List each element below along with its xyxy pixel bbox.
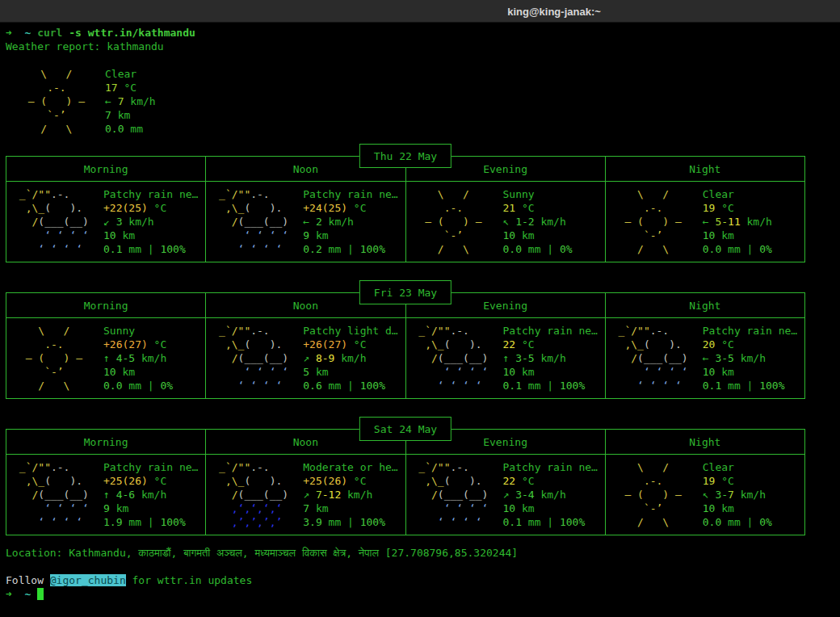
detail-row: ↖ 1-2 km/h: [503, 215, 573, 229]
forecast-cell-sat-morning: _`/"".-. ,\_( ). /(___(__) ‘ ‘ ‘ ‘ ‘ ‘ ‘…: [6, 455, 206, 535]
current-conditions: \ / .-. – ( ) – `-’ / \ Clear17 °C← 7 km…: [6, 67, 840, 136]
forecast-details: Patchy rain ne…+22(25) °C↙ 3 km/h10 km0.…: [103, 187, 198, 256]
detail-row: 0.0 mm | 0%: [703, 515, 772, 529]
titlebar-title: king@king-janak:~: [507, 5, 601, 17]
detail-row: +26(27) °C: [103, 338, 173, 351]
art-row: ‘ ‘ ‘ ‘: [13, 229, 103, 242]
detail-row: 0.0 mm: [105, 122, 156, 136]
forecast-table-fri: MorningNoonEveningNight \ / .-. – ( ) – …: [6, 292, 805, 399]
forecast-details: Patchy rain ne…20 °C← 3-5 km/h10 km0.1 m…: [703, 324, 797, 392]
detail-row: Patchy light d…: [303, 324, 397, 338]
period-header-night: Night: [606, 293, 804, 317]
weather-sun-behind-rain-cloud-icon: _`/"".-. ,\_( ). /(___(__) ‘ ‘ ‘ ‘ ‘ ‘ ‘…: [406, 324, 503, 392]
art-row: ,\_( ).: [13, 474, 103, 488]
detail-row: 0.0 mm | 0%: [103, 379, 173, 392]
period-header-morning: Morning: [6, 430, 206, 454]
forecast-details: Patchy rain ne…22 °C↗ 3-4 km/h10 km0.1 m…: [503, 460, 598, 529]
detail-row: 0.1 mm | 100%: [103, 242, 198, 256]
art-row: ‚‘‚‘‚‘‚‘: [212, 502, 303, 515]
detail-row: 0.1 mm | 100%: [703, 379, 797, 392]
art-row: – ( ) –: [15, 94, 105, 108]
art-row: ‚’‚’‚’‚’: [212, 515, 303, 529]
command-line-spans: ➜ ~ curl -s wttr.in/kathmandu: [6, 27, 195, 39]
detail-row: Sunny: [503, 187, 573, 201]
forecast-table-sat: MorningNoonEveningNight _`/"".-. ,\_( ).…: [6, 429, 805, 535]
detail-row: 0.0 mm | 0%: [703, 242, 772, 256]
art-row: ,\_( ).: [212, 338, 303, 351]
forecast-day-fri: Fri 23 MayMorningNoonEveningNight \ / .-…: [6, 280, 805, 399]
blank-line: [6, 53, 840, 67]
forecast-cell-thu-morning: _`/"".-. ,\_( ). /(___(__) ‘ ‘ ‘ ‘ ‘ ‘ ‘…: [6, 182, 206, 262]
forecast-day-thu: Thu 22 MayMorningNoonEveningNight _`/"".…: [6, 144, 805, 262]
art-row: _`/"".-.: [212, 460, 303, 474]
titlebar[interactable]: king@king-janak:~: [0, 0, 840, 23]
detail-row: 22 °C: [503, 474, 598, 488]
art-row: ‘ ‘ ‘ ‘: [212, 365, 303, 379]
art-row: ,\_( ).: [212, 201, 303, 215]
art-row: ,\_( ).: [612, 338, 703, 351]
detail-row: 10 km: [103, 365, 173, 379]
forecast-details: Patchy rain ne…+24(25) °C← 2 km/h9 km0.2…: [303, 187, 397, 256]
art-row: /(___(__): [612, 351, 703, 365]
forecast-details: Patchy light d…+26(27) °C↗ 8-9 km/h5 km0…: [303, 324, 397, 392]
art-row: ‘ ‘ ‘ ‘: [612, 365, 703, 379]
detail-row: 10 km: [703, 365, 797, 379]
forecast-cell-row: _`/"".-. ,\_( ). /(___(__) ‘ ‘ ‘ ‘ ‘ ‘ ‘…: [6, 182, 804, 262]
art-row: \ /: [15, 67, 105, 81]
terminal-cursor: [37, 588, 44, 600]
art-row: `-’: [413, 229, 503, 242]
detail-row: 10 km: [703, 229, 772, 242]
forecast-details: Clear19 °C← 5-11 km/h10 km0.0 mm | 0%: [703, 187, 772, 256]
detail-row: Patchy rain ne…: [703, 324, 797, 338]
detail-row: 0.1 mm | 100%: [503, 515, 598, 529]
art-row: ,\_( ).: [413, 338, 503, 351]
art-row: / \: [612, 242, 703, 256]
detail-row: 17 °C: [105, 81, 156, 94]
art-row: .-.: [612, 201, 703, 215]
detail-row: ↑ 4-6 km/h: [103, 488, 198, 502]
forecast-cell-thu-night: \ / .-. – ( ) – `-’ / \Clear19 °C← 5-11 …: [606, 182, 804, 262]
detail-row: Sunny: [103, 324, 173, 338]
final-prompt-spans: ➜ ~: [6, 588, 37, 600]
art-row: \ /: [612, 460, 703, 474]
art-row: _`/"".-.: [212, 187, 303, 201]
detail-row: 5 km: [303, 365, 397, 379]
detail-row: 7 km: [105, 108, 156, 122]
art-row: /(___(__): [13, 488, 103, 502]
blank-line: [6, 560, 840, 573]
forecast-cell-fri-night: _`/"".-. ,\_( ). /(___(__) ‘ ‘ ‘ ‘ ‘ ‘ ‘…: [606, 318, 804, 398]
detail-row: 10 km: [503, 502, 598, 515]
weather-sun-behind-rain-cloud-icon: _`/"".-. ,\_( ). /(___(__) ‘ ‘ ‘ ‘ ‘ ‘ ‘…: [606, 324, 703, 392]
detail-row: 10 km: [703, 502, 772, 515]
weather-sun-behind-rain-cloud-icon: _`/"".-. ,\_( ). /(___(__) ‘ ‘ ‘ ‘ ‘ ‘ ‘…: [6, 187, 103, 256]
art-row: /(___(__): [212, 215, 303, 229]
art-row: .-.: [612, 474, 703, 488]
art-row: ‘ ‘ ‘ ‘: [413, 365, 503, 379]
forecast-day-sat: Sat 24 MayMorningNoonEveningNight _`/"".…: [6, 417, 805, 535]
art-row: / \: [13, 379, 103, 392]
art-row: – ( ) –: [612, 488, 703, 502]
art-row: _`/"".-.: [13, 187, 103, 201]
art-row: ‘ ‘ ‘ ‘: [13, 502, 103, 515]
forecast-cell-sat-night: \ / .-. – ( ) – `-’ / \Clear19 °C↖ 3-7 k…: [606, 455, 804, 535]
forecast-details: Moderate or he…+25(26) °C↗ 7-12 km/h7 km…: [303, 460, 397, 529]
detail-row: 9 km: [303, 229, 397, 242]
art-row: / \: [612, 515, 703, 529]
detail-row: +26(27) °C: [303, 338, 397, 351]
art-row: _`/"".-.: [413, 324, 503, 338]
art-row: ,\_( ).: [13, 201, 103, 215]
detail-row: 19 °C: [703, 474, 772, 488]
terminal-screen[interactable]: ➜ ~ curl -s wttr.in/kathmandu Weather re…: [0, 23, 840, 601]
art-row: /(___(__): [413, 351, 503, 365]
art-row: \ /: [13, 324, 103, 338]
detail-row: ← 3-5 km/h: [703, 351, 797, 365]
weather-sun-behind-rain-cloud-icon: _`/"".-. ,\_( ). /(___(__) ‘ ‘ ‘ ‘ ‘ ‘ ‘…: [406, 460, 503, 529]
art-row: – ( ) –: [413, 215, 503, 229]
detail-row: 0.2 mm | 100%: [303, 242, 397, 256]
art-row: `-’: [612, 502, 703, 515]
detail-row: 1.9 mm | 100%: [103, 515, 198, 529]
art-row: .-.: [15, 81, 105, 94]
art-row: /(___(__): [413, 488, 503, 502]
follow-text-post: for wttr.in updates: [126, 574, 253, 586]
art-row: ‘ ‘ ‘ ‘: [612, 379, 703, 392]
